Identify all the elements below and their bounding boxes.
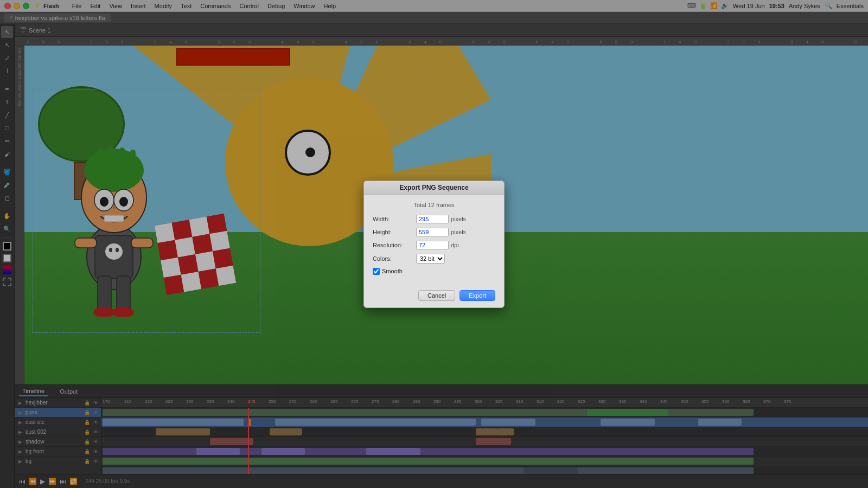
resolution-label: Resolution: (373, 242, 416, 248)
export-dialog: Export PNG Sequence Total 12 frames Widt… (363, 181, 505, 308)
colors-label: Colors: (373, 255, 416, 262)
dialog-buttons: Cancel Export (364, 286, 504, 307)
width-row: Width: pixels (373, 215, 495, 223)
resolution-input[interactable] (416, 241, 449, 249)
height-unit: pixels (451, 229, 466, 235)
smooth-label: Smooth (382, 268, 403, 274)
dialog-body: Total 12 frames Width: pixels Height: pi… (364, 195, 504, 286)
dialog-title: Export PNG Sequence (399, 184, 468, 191)
smooth-row: Smooth (373, 268, 495, 275)
smooth-checkbox[interactable] (373, 268, 380, 275)
dialog-titlebar: Export PNG Sequence (364, 181, 504, 195)
height-row: Height: pixels (373, 228, 495, 236)
export-button[interactable]: Export (459, 290, 495, 301)
width-input[interactable] (416, 215, 449, 223)
dialog-info: Total 12 frames (373, 202, 495, 208)
width-unit: pixels (451, 216, 466, 222)
height-input[interactable] (416, 228, 449, 236)
total-label: Total (413, 202, 426, 208)
frames-label: frames (436, 202, 455, 208)
resolution-unit: dpi (451, 242, 459, 248)
resolution-row: Resolution: dpi (373, 241, 495, 249)
dialog-overlay: Export PNG Sequence Total 12 frames Widt… (0, 0, 868, 488)
total-frames: 12 (428, 202, 435, 208)
colors-row: Colors: 32 bit 24 bit 8 bit (373, 254, 495, 264)
cancel-button[interactable]: Cancel (418, 290, 455, 301)
colors-select[interactable]: 32 bit 24 bit 8 bit (416, 254, 445, 264)
height-label: Height: (373, 229, 416, 235)
width-label: Width: (373, 216, 416, 222)
